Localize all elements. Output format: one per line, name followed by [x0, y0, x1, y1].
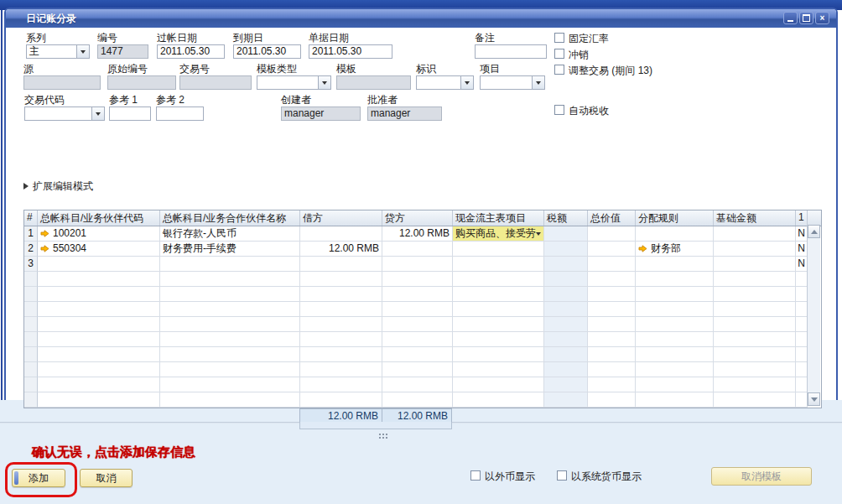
cell-num[interactable]	[24, 392, 38, 408]
cell-base[interactable]	[714, 287, 796, 302]
cell-code[interactable]	[38, 317, 160, 332]
cell-dist[interactable]	[636, 347, 714, 362]
cell-base[interactable]	[714, 392, 796, 408]
cell-tax[interactable]	[544, 287, 588, 302]
window-titlebar[interactable]: 日记账分录 ×	[6, 9, 836, 28]
cell-name[interactable]: 银行存款-人民币	[160, 226, 300, 242]
cell-num[interactable]	[24, 332, 38, 347]
due-date-field[interactable]: 2011.05.30	[233, 44, 301, 59]
cell-dist[interactable]	[636, 332, 714, 347]
cell-cashflow[interactable]: 购买商品、接受劳	[453, 226, 544, 242]
cell-code[interactable]	[38, 362, 160, 377]
cell-base[interactable]	[714, 377, 796, 392]
cell-num[interactable]: 3	[24, 257, 38, 272]
cell-cashflow[interactable]	[453, 242, 544, 257]
cell-debit[interactable]	[300, 287, 382, 302]
cell-code[interactable]	[38, 332, 160, 347]
maximize-button[interactable]	[799, 12, 813, 24]
cell-credit[interactable]: 12.00 RMB	[382, 226, 453, 242]
cell-name[interactable]	[160, 257, 300, 272]
cell-gross[interactable]	[588, 347, 636, 362]
cell-gross[interactable]	[588, 392, 636, 408]
cell-code[interactable]: 100201	[38, 226, 160, 242]
cell-debit[interactable]	[300, 392, 382, 408]
project-select[interactable]	[480, 75, 545, 90]
cell-gross[interactable]	[588, 332, 636, 347]
indicator-dropdown-button[interactable]	[460, 76, 473, 89]
cell-num[interactable]	[24, 272, 38, 287]
cell-base[interactable]	[714, 317, 796, 332]
cell-credit[interactable]	[382, 347, 453, 362]
cell-credit[interactable]	[382, 362, 453, 377]
cell-dist[interactable]	[636, 272, 714, 287]
cell-name[interactable]	[160, 392, 300, 408]
scroll-down-button[interactable]	[808, 392, 820, 406]
cell-base[interactable]	[714, 332, 796, 347]
cell-credit[interactable]	[382, 242, 453, 257]
cell-debit[interactable]: 12.00 RMB	[300, 242, 382, 257]
cell-name[interactable]	[160, 272, 300, 287]
cell-debit[interactable]	[300, 257, 382, 272]
cell-name[interactable]	[160, 287, 300, 302]
cell-num[interactable]	[24, 362, 38, 377]
cell-cashflow[interactable]	[453, 392, 544, 408]
cell-base[interactable]	[714, 272, 796, 287]
project-dropdown-button[interactable]	[532, 76, 544, 89]
cell-num[interactable]	[24, 302, 38, 317]
cell-gross[interactable]	[588, 242, 636, 257]
cell-base[interactable]	[714, 347, 796, 362]
indicator-select[interactable]	[416, 75, 474, 90]
cell-name[interactable]: 财务费用-手续费	[160, 242, 300, 257]
cell-tax[interactable]	[544, 392, 588, 408]
cell-last[interactable]	[796, 392, 808, 408]
doc-date-field[interactable]: 2011.05.30	[309, 44, 392, 59]
cell-dist[interactable]	[636, 392, 714, 408]
cell-credit[interactable]	[382, 332, 453, 347]
cell-dist[interactable]	[636, 302, 714, 317]
cell-code[interactable]	[38, 347, 160, 362]
cell-debit[interactable]	[300, 317, 382, 332]
cell-credit[interactable]	[382, 392, 453, 408]
cell-cashflow[interactable]	[453, 317, 544, 332]
reverse-checkbox[interactable]	[554, 49, 564, 59]
cell-last[interactable]	[796, 362, 808, 377]
cell-credit[interactable]	[382, 317, 453, 332]
adjust-trans-checkbox[interactable]	[554, 65, 564, 75]
cell-cashflow[interactable]	[453, 377, 544, 392]
cell-dist[interactable]	[636, 287, 714, 302]
origin-no-field[interactable]	[107, 75, 176, 90]
cell-last[interactable]: N	[796, 242, 808, 257]
link-arrow-icon[interactable]	[40, 245, 49, 252]
cell-name[interactable]	[160, 377, 300, 392]
cancel-template-button[interactable]: 取消模板	[711, 467, 812, 486]
cell-num[interactable]: 1	[24, 226, 38, 242]
vertical-scrollbar[interactable]	[807, 225, 820, 406]
template-type-dropdown-button[interactable]	[318, 76, 330, 89]
cell-code[interactable]	[38, 377, 160, 392]
cell-debit[interactable]	[300, 302, 382, 317]
series-dropdown-button[interactable]	[76, 45, 89, 58]
ref2-field[interactable]	[156, 107, 204, 121]
cell-credit[interactable]	[382, 272, 453, 287]
cell-dist[interactable]	[636, 226, 714, 242]
cell-cashflow[interactable]	[453, 257, 544, 272]
cell-cashflow[interactable]	[453, 287, 544, 302]
cell-name[interactable]	[160, 362, 300, 377]
cell-cashflow[interactable]	[453, 302, 544, 317]
cell-gross[interactable]	[588, 377, 636, 392]
cell-tax[interactable]	[544, 272, 588, 287]
template-field[interactable]	[336, 75, 411, 90]
cell-code[interactable]	[38, 302, 160, 317]
cell-last[interactable]	[796, 332, 808, 347]
cell-last[interactable]	[796, 317, 808, 332]
link-arrow-icon[interactable]	[40, 230, 49, 237]
origin-field[interactable]	[23, 75, 101, 90]
cell-tax[interactable]	[544, 226, 588, 242]
cell-credit[interactable]	[382, 287, 453, 302]
cell-code[interactable]	[38, 257, 160, 272]
cell-cashflow[interactable]	[453, 272, 544, 287]
cell-num[interactable]	[24, 347, 38, 362]
trans-code-dropdown-button[interactable]	[91, 107, 104, 120]
cell-last[interactable]	[796, 347, 808, 362]
cell-num[interactable]	[24, 287, 38, 302]
